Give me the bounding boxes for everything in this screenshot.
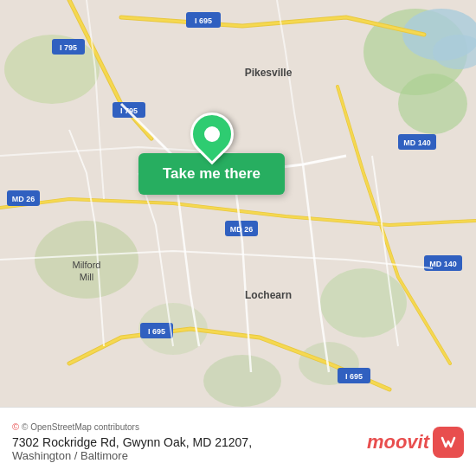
moovit-logo: moovit (367, 427, 464, 458)
moovit-icon (433, 427, 464, 458)
address-line: 7302 Rockridge Rd, Gwynn Oak, MD 21207, (12, 435, 252, 449)
map-container: I 795 I 695 I 795 MD 26 MD 26 MD 140 MD … (0, 0, 476, 407)
svg-text:I 795: I 795 (60, 43, 77, 52)
svg-text:Mill: Mill (80, 272, 94, 282)
city-line: Washington / Baltimore (12, 449, 252, 462)
moovit-text: moovit (367, 431, 429, 453)
svg-text:I 695: I 695 (148, 327, 165, 336)
svg-text:MD 26: MD 26 (12, 195, 35, 203)
osm-credit: © © OpenStreetMap contributors (12, 421, 252, 432)
svg-point-4 (320, 268, 407, 338)
svg-text:Milford: Milford (72, 260, 100, 270)
svg-text:I 695: I 695 (345, 372, 363, 381)
svg-text:MD 140: MD 140 (403, 138, 431, 147)
map-pin-button-group: Take me there (138, 113, 285, 195)
svg-text:Lochearn: Lochearn (245, 289, 292, 301)
svg-text:Pikesville: Pikesville (245, 67, 293, 79)
info-bar: © © OpenStreetMap contributors 7302 Rock… (0, 407, 476, 476)
svg-text:I 695: I 695 (195, 16, 212, 25)
svg-point-3 (398, 74, 467, 134)
svg-point-7 (203, 355, 281, 407)
osm-logo-icon: © (12, 421, 19, 432)
svg-text:MD 140: MD 140 (429, 260, 457, 268)
address-info: © © OpenStreetMap contributors 7302 Rock… (12, 421, 252, 462)
map-pin-inner (204, 126, 220, 142)
osm-credit-text: © OpenStreetMap contributors (22, 422, 139, 432)
